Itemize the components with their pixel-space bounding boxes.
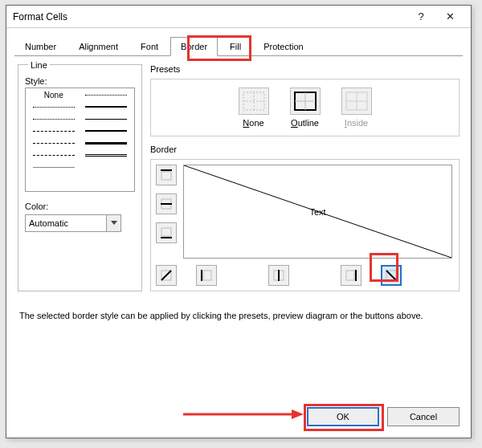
svg-line-25 — [386, 271, 396, 280]
border-label: Border — [150, 145, 460, 154]
line-group: Line Style: None — [18, 64, 142, 291]
border-area: Text — [150, 159, 460, 291]
style-label: Style: — [25, 76, 135, 86]
svg-rect-22 — [346, 271, 354, 280]
color-value: Automatic — [29, 218, 68, 228]
line-style-list[interactable]: None — [25, 88, 135, 192]
svg-rect-10 — [161, 172, 171, 180]
line-style-dashdot[interactable] — [32, 140, 76, 146]
tab-alignment[interactable]: Alignment — [68, 37, 129, 56]
line-style-dotted[interactable] — [32, 104, 76, 110]
line-style-double[interactable] — [84, 152, 128, 158]
presets-row: None Outline Inside — [150, 79, 460, 136]
ok-button[interactable]: OK — [307, 407, 379, 426]
preset-none-label: one — [249, 118, 263, 128]
tab-number[interactable]: Number — [14, 37, 67, 56]
dialog-title: Format Cells — [13, 11, 406, 22]
preset-none-icon — [239, 88, 269, 115]
line-style-dotted2[interactable] — [32, 116, 76, 122]
dialog-body: Line Style: None — [6, 56, 471, 299]
line-group-label: Line — [28, 60, 50, 70]
svg-rect-19 — [203, 271, 211, 280]
line-style-hair[interactable] — [84, 92, 128, 98]
preset-outline-label: utline — [298, 118, 319, 128]
format-cells-dialog: Format Cells ? ✕ Number Alignment Font B… — [6, 5, 472, 438]
preset-outline-icon — [290, 88, 321, 115]
dialog-titlebar: Format Cells ? ✕ — [6, 6, 471, 28]
svg-line-17 — [161, 271, 171, 280]
preset-inside: Inside — [341, 88, 372, 128]
border-top-button[interactable] — [156, 165, 177, 185]
right-panel: Presets None Outline — [150, 64, 460, 291]
annotation-red-arrow — [183, 409, 304, 420]
line-style-medium-dashdot[interactable] — [84, 104, 128, 110]
tab-protection[interactable]: Protection — [253, 37, 314, 56]
color-label: Color: — [25, 202, 135, 211]
preset-outline[interactable]: Outline — [290, 88, 321, 128]
line-style-gray[interactable] — [32, 164, 76, 170]
tabstrip: Number Alignment Font Border Fill Protec… — [14, 36, 463, 56]
dialog-footer: OK Cancel — [307, 407, 460, 426]
border-preview[interactable]: Text — [183, 165, 452, 259]
border-vertical-middle-button[interactable] — [268, 265, 289, 286]
tab-fill[interactable]: Fill — [219, 37, 251, 56]
border-bottom-button[interactable] — [156, 222, 177, 243]
line-style-dashdotdot[interactable] — [32, 152, 76, 158]
preset-inside-icon — [341, 88, 372, 115]
border-horizontal-middle-button[interactable] — [156, 193, 177, 214]
preset-inside-label: nside — [347, 118, 368, 128]
color-dropdown[interactable]: Automatic — [25, 214, 121, 232]
tab-font[interactable]: Font — [130, 37, 169, 56]
hint-text: The selected border style can be applied… — [19, 311, 458, 320]
chevron-down-icon — [106, 215, 120, 231]
preview-text: Text — [309, 207, 325, 217]
svg-rect-13 — [161, 228, 171, 236]
cancel-button[interactable]: Cancel — [387, 407, 460, 426]
svg-marker-27 — [292, 409, 304, 419]
border-left-button[interactable] — [196, 265, 217, 286]
preset-none[interactable]: None — [239, 88, 269, 128]
line-style-none[interactable]: None — [32, 92, 76, 98]
line-style-medium[interactable] — [84, 128, 128, 134]
close-button[interactable]: ✕ — [435, 8, 464, 26]
line-style-thin[interactable] — [84, 116, 128, 122]
tab-border[interactable]: Border — [170, 37, 218, 56]
border-right-button[interactable] — [341, 265, 362, 286]
help-button[interactable]: ? — [406, 8, 435, 26]
presets-label: Presets — [150, 64, 460, 74]
line-style-dashed[interactable] — [32, 128, 76, 134]
line-style-thick[interactable] — [84, 140, 128, 146]
border-diagonal-up-button[interactable] — [156, 265, 177, 286]
color-row: Color: Automatic — [25, 202, 135, 232]
border-diagonal-down-button[interactable] — [381, 265, 402, 286]
